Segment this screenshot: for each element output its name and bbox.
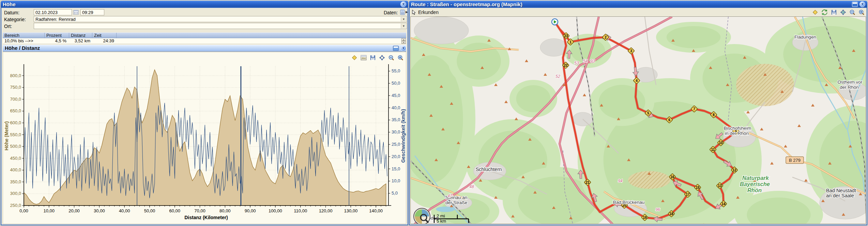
svg-text:22: 22 [564,63,568,67]
svg-text:110,00: 110,00 [294,208,307,213]
svg-text:650,0: 650,0 [10,108,21,113]
svg-text:30,00: 30,00 [94,208,105,213]
datum-input[interactable]: 02.10.2023 [34,9,72,15]
table-scrollbar[interactable]: ▲▼ [401,38,406,44]
svg-text:300,0: 300,0 [10,191,21,196]
svg-text:2: 2 [605,36,607,39]
map-viewport[interactable]: 1234567891011121314151617181920212223Sch… [410,16,866,224]
svg-text:400,0: 400,0 [10,167,21,172]
svg-text:10,00: 10,00 [44,208,55,213]
route-window: Route : Straßen - openstreetmap.org (Map… [409,1,867,225]
save-icon[interactable] [370,55,376,61]
daten-calculator-icon[interactable] [399,9,406,15]
daten-expand-arrow[interactable]: ▶ [406,10,408,14]
col-bereich[interactable]: Bereich [3,33,45,38]
svg-text:55,0: 55,0 [392,68,400,73]
zoom-in-icon[interactable] [858,9,865,15]
elevation-area [24,70,386,206]
svg-text:30,0: 30,0 [392,129,400,135]
hoehe-collapse-button[interactable]: ▼ [400,1,406,7]
svg-text:600,0: 600,0 [10,120,21,125]
map-label: Fladungen [794,34,816,40]
explore-label: Erkunden [418,10,439,15]
chart-section-header[interactable]: Höhe / Distanz ▼ [3,45,406,52]
junction-number: 96 [655,207,660,212]
route-window-title: Route : Straßen - openstreetmap.org (Map… [411,1,852,7]
kategorie-value: Radfahren: Rennrad [35,17,76,22]
elevation-speed-chart[interactable]: 250,0300,0350,0400,0450,0500,0550,0600,0… [3,63,408,224]
diamond-icon[interactable] [812,9,818,15]
app-screen: Höhe ▼ Datum: 02.10.2023 09:29 Daten: ▶ … [0,0,868,226]
calendar-icon[interactable] [73,9,79,15]
svg-text:5: 5 [647,111,649,115]
cell-prozent: 4,5 % [45,38,66,44]
col-zeit[interactable]: Zeit [92,33,117,38]
datum-label: Datum: [4,10,19,15]
svg-text:120,00: 120,00 [319,208,333,213]
route-window-icon[interactable] [852,2,858,7]
map-label: Bayerische [740,181,770,187]
svg-text:750,0: 750,0 [10,85,21,90]
svg-text:1: 1 [569,40,572,44]
svg-text:550,0: 550,0 [10,132,21,137]
bereich-table-header[interactable]: Bereich Prozent Distanz Zeit [3,32,406,39]
svg-text:130,00: 130,00 [344,208,357,213]
navigate-icon[interactable] [379,55,385,61]
svg-text:20,0: 20,0 [392,154,400,159]
map-label: Bad Brückenau [613,200,644,205]
zoom-out-icon[interactable] [388,55,394,61]
route-collapse-button[interactable]: ▼ [859,1,865,7]
svg-text:500,0: 500,0 [10,144,21,149]
map-toolbar: Erkunden [410,8,867,16]
svg-text:25,0: 25,0 [392,142,400,147]
svg-text:3: 3 [630,49,632,53]
start-marker[interactable] [552,19,558,25]
kategorie-dropdown-arrow[interactable]: ▼ [401,17,406,22]
svg-text:5,0: 5,0 [392,190,398,196]
road-ref-badge: B 279 [786,157,804,164]
svg-text:140,00: 140,00 [369,208,383,213]
svg-text:45,0: 45,0 [392,93,400,98]
svg-text:17: 17 [686,193,690,196]
osm-map[interactable]: 1234567891011121314151617181920212223Sch… [411,17,866,224]
svg-text:0,00: 0,00 [19,208,28,213]
hoehe-window-title: Höhe [3,1,400,7]
zoom-in-icon[interactable] [397,55,403,61]
cursor-icon [412,10,416,15]
svg-text:15: 15 [696,186,700,189]
svg-text:20,00: 20,00 [68,208,80,213]
chart-window-icon[interactable] [393,46,399,51]
bereich-table-row[interactable]: 10,0% bis -->> 4,5 % 3,52 km 24:39 ▲▼ [3,38,406,44]
svg-text:60,00: 60,00 [169,208,180,213]
refresh-icon[interactable] [821,9,828,15]
map-label: Rhön [747,187,762,193]
navigate-map-icon[interactable] [840,9,846,15]
svg-text:100,00: 100,00 [269,208,282,213]
map-label: der Rhön [840,85,859,90]
svg-text:40,0: 40,0 [392,105,400,110]
svg-text:12: 12 [732,168,736,172]
svg-text:50,0: 50,0 [392,81,400,86]
hoehe-titlebar[interactable]: Höhe ▼ [1,1,408,8]
svg-text:450,0: 450,0 [10,156,21,161]
col-distanz[interactable]: Distanz [69,33,92,38]
time-input[interactable]: 09:29 [80,9,104,15]
chart-collapse-button[interactable]: ▼ [400,45,406,51]
explore-mode[interactable]: Erkunden [412,10,439,15]
map-toolbar-icons [439,7,865,17]
col-prozent[interactable]: Prozent [45,33,69,38]
kategorie-combo[interactable]: Radfahren: Rennrad ▼ [34,16,407,22]
svg-text:70,00: 70,00 [194,208,205,213]
daten-label: Daten: [384,10,398,15]
ort-dropdown-arrow[interactable]: ▼ [401,24,406,28]
osm-logo[interactable] [414,208,430,224]
zoom-out-icon[interactable] [849,9,855,15]
junction-number: 94 [618,179,623,183]
ort-combo[interactable]: ▼ [34,23,407,29]
save-icon[interactable] [831,9,837,15]
svg-text:40,00: 40,00 [119,208,130,213]
svg-text:35,0: 35,0 [392,117,400,122]
chart-plot: 250,0300,0350,0400,0450,0500,0550,0600,0… [4,64,406,220]
chart-image-icon[interactable] [361,55,367,61]
diamond-icon[interactable] [351,55,357,61]
